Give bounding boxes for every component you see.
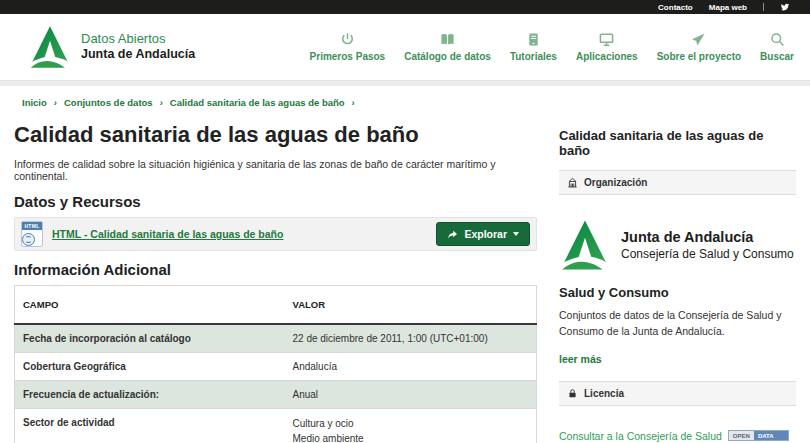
chevron-right-icon: › bbox=[160, 97, 163, 108]
leer-mas-link[interactable]: leer más bbox=[559, 353, 602, 365]
open-data-badge-open: OPEN bbox=[729, 431, 754, 440]
table-row: Cobertura Geográfica Andalucía bbox=[15, 353, 537, 381]
breadcrumb: Inicio › Conjuntos de datos › Calidad sa… bbox=[0, 86, 810, 112]
column-header-valor: VALOR bbox=[285, 286, 537, 325]
campo-cell: Frecuencia de actualización: bbox=[15, 381, 285, 409]
chevron-right-icon: › bbox=[54, 97, 57, 108]
nav-label: Tutoriales bbox=[510, 51, 557, 62]
brand[interactable]: Datos Abiertos Junta de Andalucía bbox=[28, 25, 195, 69]
nav-primeros-pasos[interactable]: Primeros Pasos bbox=[310, 32, 386, 62]
nav-aplicaciones[interactable]: Aplicaciones bbox=[576, 32, 638, 62]
nav-tutoriales[interactable]: Tutoriales bbox=[510, 32, 557, 62]
explorar-button[interactable]: Explorar bbox=[436, 222, 530, 246]
additional-info-table: CAMPO VALOR Fecha de incorporación al ca… bbox=[14, 285, 537, 443]
valor-cell: Cultura y ocio Medio ambiente Salud bbox=[285, 409, 537, 443]
nav-label: Buscar bbox=[760, 51, 794, 62]
nav-sobre-el-proyecto[interactable]: Sobre el proyecto bbox=[657, 32, 741, 62]
column-header-campo: CAMPO bbox=[15, 286, 285, 325]
informacion-adicional-heading: Información Adicional bbox=[14, 261, 537, 278]
junta-andalucia-a-logo bbox=[559, 219, 611, 271]
main-column: Calidad sanitaria de las aguas de baño I… bbox=[14, 112, 537, 443]
building-icon bbox=[567, 177, 578, 188]
twitter-icon[interactable] bbox=[780, 2, 790, 12]
top-utility-bar: Contacto Mapa web bbox=[0, 0, 810, 14]
valor-cell: Anual bbox=[285, 381, 537, 409]
share-arrow-icon bbox=[447, 229, 458, 240]
valor-cell: 22 de diciembre de 2011, 1:00 (UTC+01:00… bbox=[285, 324, 537, 353]
lock-icon bbox=[567, 388, 578, 399]
caret-down-icon bbox=[513, 232, 519, 236]
send-icon bbox=[691, 32, 706, 47]
nav-label: Catálogo de datos bbox=[404, 51, 491, 62]
topbar-divider bbox=[763, 3, 764, 11]
search-icon bbox=[770, 32, 785, 47]
table-row: Fecha de incorporación al catálogo 22 de… bbox=[15, 324, 537, 353]
licencia-label: Licencia bbox=[584, 388, 624, 399]
site-header: Datos Abiertos Junta de Andalucía Primer… bbox=[0, 14, 810, 80]
sidebar-dataset-title: Calidad sanitaria de las aguas de baño bbox=[559, 128, 796, 158]
junta-andalucia-a-logo bbox=[28, 25, 72, 69]
open-data-badge-data: DATA bbox=[754, 431, 788, 440]
chevron-right-icon: › bbox=[352, 97, 355, 108]
licencia-section-header: Licencia bbox=[559, 381, 796, 406]
campo-cell: Fecha de incorporación al catálogo bbox=[15, 324, 285, 353]
valor-line: Medio ambiente bbox=[293, 432, 529, 443]
mapa-web-link[interactable]: Mapa web bbox=[709, 3, 747, 12]
contacto-link[interactable]: Contacto bbox=[658, 3, 693, 12]
sidebar: Calidad sanitaria de las aguas de baño O… bbox=[559, 112, 796, 443]
organization-description: Conjuntos de datos de la Consejería de S… bbox=[559, 307, 796, 340]
org-logo-line2: Consejería de Salud y Consumo bbox=[621, 247, 794, 263]
nav-label: Sobre el proyecto bbox=[657, 51, 741, 62]
organization-logo-block[interactable]: Junta de Andalucía Consejería de Salud y… bbox=[559, 219, 796, 271]
brand-line1: Datos Abiertos bbox=[81, 31, 195, 47]
datos-y-recursos-heading: Datos y Recursos bbox=[14, 193, 537, 210]
table-row: Frecuencia de actualización: Anual bbox=[15, 381, 537, 409]
dataset-description: Informes de calidad sobre la situación h… bbox=[14, 158, 537, 182]
license-row: Consultar a la Consejería de Salud OPEN … bbox=[559, 430, 796, 442]
content-area: Calidad sanitaria de las aguas de baño I… bbox=[0, 112, 810, 443]
reader-icon bbox=[526, 32, 541, 47]
valor-cell: Andalucía bbox=[285, 353, 537, 381]
breadcrumb-conjuntos-de-datos[interactable]: Conjuntos de datos bbox=[64, 97, 153, 108]
nav-label: Aplicaciones bbox=[576, 51, 638, 62]
html-file-icon: HTML bbox=[21, 221, 43, 247]
resource-link[interactable]: HTML - Calidad sanitaria de las aguas de… bbox=[52, 228, 283, 240]
table-row: Sector de actividad Cultura y ocio Medio… bbox=[15, 409, 537, 443]
license-link[interactable]: Consultar a la Consejería de Salud bbox=[559, 430, 722, 442]
resource-row: HTML HTML - Calidad sanitaria de las agu… bbox=[14, 217, 537, 251]
power-icon bbox=[340, 32, 355, 47]
page-title: Calidad sanitaria de las aguas de baño bbox=[14, 122, 537, 148]
nav-label: Primeros Pasos bbox=[310, 51, 386, 62]
org-logo-line1: Junta de Andalucía bbox=[621, 228, 794, 247]
valor-line: Cultura y ocio bbox=[293, 417, 529, 432]
breadcrumb-inicio[interactable]: Inicio bbox=[22, 97, 47, 108]
breadcrumb-current-page[interactable]: Calidad sanitaria de las aguas de baño bbox=[170, 97, 345, 108]
campo-cell: Cobertura Geográfica bbox=[15, 353, 285, 381]
table-header-row: CAMPO VALOR bbox=[15, 286, 537, 325]
nav-buscar[interactable]: Buscar bbox=[760, 32, 794, 62]
open-data-badge[interactable]: OPEN DATA bbox=[728, 430, 789, 441]
explorar-label: Explorar bbox=[464, 228, 507, 240]
organizacion-label: Organización bbox=[584, 177, 647, 188]
nav-catalogo-de-datos[interactable]: Catálogo de datos bbox=[404, 32, 491, 62]
campo-cell: Sector de actividad bbox=[15, 409, 285, 443]
book-icon bbox=[440, 32, 455, 47]
main-nav: Primeros Pasos Catálogo de datos Tutoria… bbox=[310, 32, 794, 62]
organizacion-section-header: Organización bbox=[559, 170, 796, 195]
monitor-icon bbox=[599, 32, 614, 47]
organization-name: Salud y Consumo bbox=[559, 285, 796, 300]
org-logo-text: Junta de Andalucía Consejería de Salud y… bbox=[621, 228, 794, 262]
brand-text: Datos Abiertos Junta de Andalucía bbox=[81, 31, 195, 63]
brand-line2: Junta de Andalucía bbox=[81, 47, 195, 63]
